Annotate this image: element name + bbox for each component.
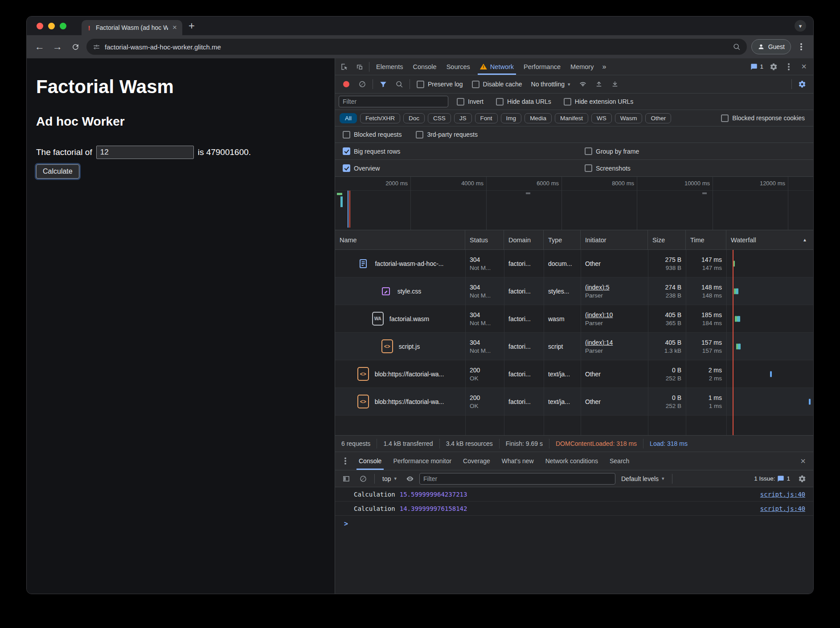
issues-counter[interactable]: 1 [748,63,766,70]
tab-performance[interactable]: Performance [519,58,565,75]
clear-console-icon[interactable] [356,472,371,485]
header-time[interactable]: Time [686,230,726,249]
table-row[interactable]: factorial-wasm-ad-hoc-... 304Not M... fa… [335,250,813,277]
blocked-requests-checkbox[interactable]: Blocked requests [339,131,406,139]
header-type[interactable]: Type [544,230,581,249]
console-sidebar-icon[interactable] [339,472,354,485]
request-name-cell[interactable]: factorial-wasm-ad-hoc-... [335,250,465,277]
filter-funnel-icon[interactable] [376,77,391,91]
table-row[interactable]: <> script.js 304Not M... factori... scri… [335,333,813,360]
group-by-frame-checkbox[interactable]: Group by frame [581,147,643,155]
tab-elements[interactable]: Elements [371,58,408,75]
forward-button[interactable]: → [51,41,64,53]
hide-extension-urls-checkbox[interactable]: Hide extension URLs [560,98,638,106]
network-conditions-icon[interactable] [575,77,590,91]
inspect-icon[interactable] [337,60,352,73]
console-filter-input[interactable] [419,473,615,485]
screenshots-checkbox[interactable]: Screenshots [581,164,635,172]
devtools-menu-icon[interactable] [781,60,796,73]
reload-button[interactable] [69,43,82,51]
tab-sources[interactable]: Sources [442,58,475,75]
zoom-icon[interactable] [733,43,741,51]
table-row[interactable]: <> blob:https://factorial-wa... 200OK fa… [335,388,813,416]
initiator-link[interactable]: (index):14 [585,339,643,346]
console-settings-icon[interactable] [795,472,810,485]
console-issues-counter[interactable]: 1 Issue: 1 [751,475,793,482]
table-row[interactable]: WA factorial.wasm 304Not M... factori...… [335,305,813,333]
filter-chip-css[interactable]: CSS [428,113,451,123]
factorial-input[interactable] [96,146,194,159]
disable-cache-checkbox[interactable]: Disable cache [468,81,526,88]
filter-chip-media[interactable]: Media [524,113,552,123]
request-name-cell[interactable]: WA factorial.wasm [335,305,465,332]
context-select[interactable]: top ▾ [378,475,401,482]
calculate-button[interactable]: Calculate [36,164,79,179]
drawer-tab-performance-monitor[interactable]: Performance monitor [387,452,457,470]
header-domain[interactable]: Domain [504,230,544,249]
clear-icon[interactable] [355,77,370,91]
browser-tab[interactable]: ! Factorial Wasm (ad hoc Work × [82,20,182,35]
header-name[interactable]: Name [335,230,465,249]
table-row[interactable]: style.css 304Not M... factori... styles.… [335,277,813,305]
request-name-cell[interactable]: <> script.js [335,333,465,360]
request-name-cell[interactable]: style.css [335,277,465,305]
eye-icon[interactable] [402,472,418,485]
drawer-tab-console[interactable]: Console [353,452,387,470]
browser-menu-button[interactable] [795,41,807,53]
third-party-requests-checkbox[interactable]: 3rd-party requests [412,131,482,139]
blocked-response-cookies-checkbox[interactable]: Blocked response cookies [717,114,809,122]
window-close-button[interactable] [37,23,43,29]
search-icon[interactable] [392,77,407,91]
header-waterfall[interactable]: Waterfall ▲ [726,230,813,249]
initiator-link[interactable]: (index):10 [585,311,643,318]
device-toolbar-icon[interactable] [352,60,367,73]
overview-checkbox[interactable]: Overview [339,164,384,172]
window-zoom-button[interactable] [60,23,66,29]
log-levels-select[interactable]: Default levels ▾ [617,475,668,482]
drawer-close-icon[interactable]: × [795,454,811,468]
request-name-cell[interactable]: <> blob:https://factorial-wa... [335,360,465,387]
window-minimize-button[interactable] [48,23,55,29]
drawer-tab-search[interactable]: Search [604,452,635,470]
hide-data-urls-checkbox[interactable]: Hide data URLs [492,98,555,106]
drawer-tab-coverage[interactable]: Coverage [457,452,496,470]
source-link[interactable]: script.js:40 [760,491,805,498]
invert-checkbox[interactable]: Invert [453,98,488,106]
console-prompt[interactable]: > [335,516,813,528]
filter-chip-wasm[interactable]: Wasm [615,113,643,123]
drawer-tab-whats-new[interactable]: What's new [496,452,540,470]
network-settings-icon[interactable] [795,77,810,91]
tab-network[interactable]: ! Network [475,58,519,75]
back-button[interactable]: ← [33,41,46,53]
record-button[interactable] [339,77,354,91]
filter-chip-ws[interactable]: WS [591,113,612,123]
address-bar[interactable]: factorial-wasm-ad-hoc-worker.glitch.me [86,39,747,55]
filter-chip-js[interactable]: JS [454,113,472,123]
header-initiator[interactable]: Initiator [581,230,648,249]
throttling-select[interactable]: No throttling ▾ [527,81,574,88]
filter-chip-other[interactable]: Other [645,113,671,123]
tab-close-icon[interactable]: × [172,23,178,32]
filter-chip-manifest[interactable]: Manifest [555,113,588,123]
source-link[interactable]: script.js:40 [760,505,805,512]
devtools-close-icon[interactable]: × [796,60,811,73]
network-filter-input[interactable] [339,96,448,107]
network-overview-timeline[interactable]: 2000 ms 4000 ms 6000 ms 8000 ms 10000 ms… [335,177,813,230]
tab-search-chevron-icon[interactable]: ▾ [795,20,806,32]
initiator-link[interactable]: (index):5 [585,284,643,291]
new-tab-button[interactable]: + [188,20,195,31]
devtools-settings-icon[interactable] [766,60,781,73]
drawer-tab-network-conditions[interactable]: Network conditions [540,452,604,470]
header-status[interactable]: Status [465,230,504,249]
filter-chip-font[interactable]: Font [475,113,498,123]
tab-console[interactable]: Console [408,58,441,75]
big-request-rows-checkbox[interactable]: Big request rows [339,147,404,155]
site-info-icon[interactable] [93,43,100,51]
profile-button[interactable]: Guest [751,39,791,54]
more-tabs-button[interactable]: » [598,63,610,71]
filter-chip-img[interactable]: Img [501,113,522,123]
filter-chip-all[interactable]: All [340,113,357,123]
import-har-icon[interactable] [591,77,606,91]
tab-memory[interactable]: Memory [565,58,598,75]
export-har-icon[interactable] [607,77,623,91]
